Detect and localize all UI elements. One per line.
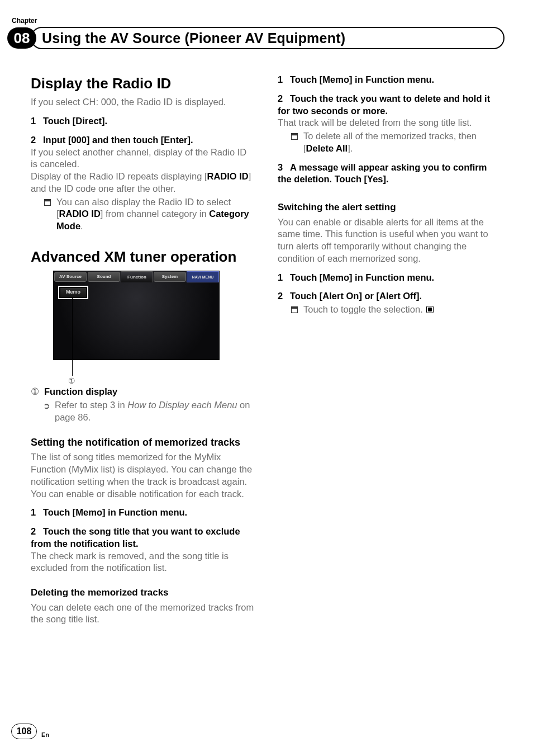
left-column: Display the Radio ID If you select CH: 0…: [31, 74, 255, 626]
text-fragment: .: [80, 221, 83, 231]
text-fragment: Display of the Radio ID repeats displayi…: [31, 171, 207, 181]
step-1-text: Touch [Direct].: [43, 116, 107, 126]
chapter-title: Using the AV Source (Pioneer AV Equipmen…: [42, 30, 345, 46]
reference-arrow-icon: ➲: [43, 399, 50, 424]
chapter-title-pill: Using the AV Source (Pioneer AV Equipmen…: [31, 27, 502, 49]
note-text: Touch to toggle the selection.: [303, 304, 434, 316]
step-memo-1: 1Touch [Memo] in Function menu.: [31, 507, 255, 519]
heading-deleting-tracks: Deleting the memorized tracks: [31, 587, 255, 599]
heading-display-radio-id: Display the Radio ID: [31, 74, 255, 93]
text-bold: Delete All: [306, 143, 348, 153]
right-column: 1Touch [Memo] in Function menu. 2Touch t…: [278, 74, 502, 626]
note-bullet: You can also display the Radio ID to sel…: [31, 196, 255, 233]
step-delete-1: 1Touch [Memo] in Function menu.: [278, 74, 502, 86]
step-text: Touch [Alert On] or [Alert Off].: [290, 291, 422, 301]
step-alert-2: 2Touch [Alert On] or [Alert Off].: [278, 290, 502, 303]
tab-sound[interactable]: Sound: [88, 272, 120, 282]
body-text: That track will be deleted from the song…: [278, 117, 502, 129]
body-text: Display of the Radio ID repeats displayi…: [31, 171, 255, 195]
memo-button[interactable]: Memo: [58, 286, 88, 299]
svg-rect-1: [45, 199, 51, 201]
heading-switching-alert: Switching the alert setting: [278, 201, 502, 214]
reference-row: ➲ Refer to step 3 in How to Display each…: [31, 399, 255, 424]
chapter-number-badge: 08: [7, 27, 36, 49]
end-of-section-icon: [426, 306, 434, 313]
text-fragment: ] from channel category in: [101, 209, 209, 219]
text-bold: RADIO ID: [59, 209, 101, 219]
step-text: Touch the song title that you want to ex…: [31, 526, 240, 549]
legend-item-1: ① Function display: [31, 386, 255, 398]
step-delete-3: 3A message will appear asking you to con…: [278, 162, 502, 186]
text-fragment: Refer to step 3 in: [55, 400, 127, 410]
step-alert-1: 1Touch [Memo] in Function menu.: [278, 272, 502, 284]
legend-number: ①: [31, 386, 41, 398]
body-text: You can enable or disable alerts for all…: [278, 216, 502, 265]
note-text: To delete all of the memorized tracks, t…: [303, 130, 502, 155]
step-memo-2: 2Touch the song title that you want to e…: [31, 526, 255, 550]
tab-system[interactable]: System: [154, 272, 186, 282]
note-icon: [290, 130, 299, 155]
step-text: Touch [Memo] in Function menu.: [290, 272, 434, 282]
callout-line: [72, 297, 73, 376]
step-1: 1Touch [Direct].: [31, 115, 255, 127]
chapter-label: Chapter: [12, 17, 502, 25]
function-screenshot: AV Source Sound Function System NAVI MEN…: [53, 271, 220, 380]
tab-av-source[interactable]: AV Source: [54, 272, 87, 282]
step-2: 2Input [000] and then touch [Enter].: [31, 134, 255, 147]
page-number: 108: [11, 724, 37, 739]
step-2-text: Input [000] and then touch [Enter].: [43, 135, 193, 145]
heading-setting-notification: Setting the notification of memorized tr…: [31, 436, 255, 450]
tab-function[interactable]: Function: [121, 271, 153, 282]
svg-rect-5: [292, 307, 298, 309]
body-text: You can delete each one of the memorized…: [31, 602, 255, 626]
body-text: If you select another channel, display o…: [31, 147, 255, 171]
note-icon: [43, 196, 52, 233]
page-language: En: [41, 731, 49, 739]
note-icon: [290, 304, 299, 316]
page-footer: 108 En: [11, 724, 49, 739]
body-text: If you select CH: 000, the Radio ID is d…: [31, 96, 255, 108]
tab-navi-menu[interactable]: NAVI MENU: [187, 271, 219, 282]
note-bullet: To delete all of the memorized tracks, t…: [278, 130, 502, 155]
reference-text: Refer to step 3 in How to Display each M…: [55, 399, 255, 424]
text-fragment: ].: [348, 143, 353, 153]
heading-advanced-xm: Advanced XM tuner operation: [31, 247, 255, 266]
step-delete-2: 2Touch the track you want to delete and …: [278, 93, 502, 117]
step-text: Touch [Memo] in Function menu.: [290, 74, 434, 84]
legend-label: Function display: [44, 386, 117, 398]
screenshot-tabs: AV Source Sound Function System NAVI MEN…: [54, 271, 219, 282]
text-italic: How to Display each Menu: [127, 400, 237, 410]
text-bold: RADIO ID: [207, 171, 249, 181]
note-text: You can also display the Radio ID to sel…: [56, 196, 255, 233]
chapter-header: 08 Using the AV Source (Pioneer AV Equip…: [7, 27, 502, 49]
step-text: Touch the track you want to delete and h…: [278, 93, 490, 116]
step-text: A message will appear asking you to conf…: [278, 162, 487, 185]
note-bullet: Touch to toggle the selection.: [278, 304, 502, 316]
text-fragment: Touch to toggle the selection.: [303, 304, 423, 314]
body-text: The list of song titles memorized for th…: [31, 451, 255, 500]
step-text: Touch [Memo] in Function menu.: [43, 507, 187, 517]
body-text: The check mark is removed, and the song …: [31, 550, 255, 575]
svg-rect-3: [292, 134, 298, 136]
callout-number: ①: [68, 376, 75, 386]
